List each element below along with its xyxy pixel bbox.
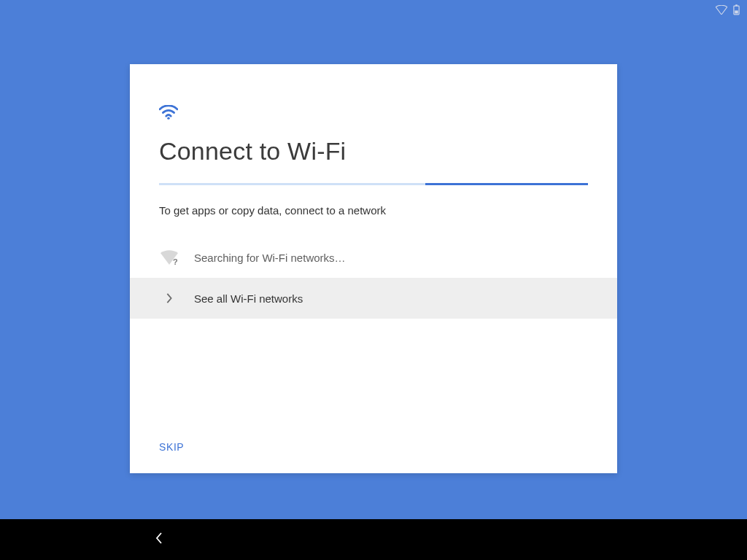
skip-button[interactable]: SKIP: [159, 441, 184, 453]
wifi-icon: [159, 105, 588, 122]
svg-point-3: [167, 117, 169, 119]
svg-rect-2: [735, 10, 738, 13]
wifi-unknown-icon: ?: [159, 250, 179, 265]
wifi-list: ? Searching for Wi-Fi networks… See all …: [130, 237, 617, 319]
battery-outline-icon: [733, 4, 740, 15]
nav-back-button[interactable]: [150, 531, 168, 548]
svg-text:?: ?: [173, 257, 178, 265]
svg-rect-1: [735, 4, 738, 6]
setup-card: Connect to Wi-Fi To get apps or copy dat…: [130, 64, 617, 473]
progress-fill: [425, 183, 588, 185]
searching-row: ? Searching for Wi-Fi networks…: [130, 237, 617, 278]
page-subtitle: To get apps or copy data, connect to a n…: [159, 204, 588, 217]
searching-label: Searching for Wi-Fi networks…: [194, 252, 346, 264]
chevron-right-icon: [159, 293, 179, 303]
see-all-label: See all Wi-Fi networks: [194, 292, 303, 305]
system-navbar: [0, 519, 747, 560]
see-all-networks-row[interactable]: See all Wi-Fi networks: [130, 278, 617, 319]
page-title: Connect to Wi-Fi: [159, 137, 588, 166]
status-bar: [716, 4, 740, 15]
wifi-outline-icon: [716, 5, 727, 15]
chevron-left-icon: [155, 532, 163, 547]
progress-bar: [159, 183, 588, 185]
